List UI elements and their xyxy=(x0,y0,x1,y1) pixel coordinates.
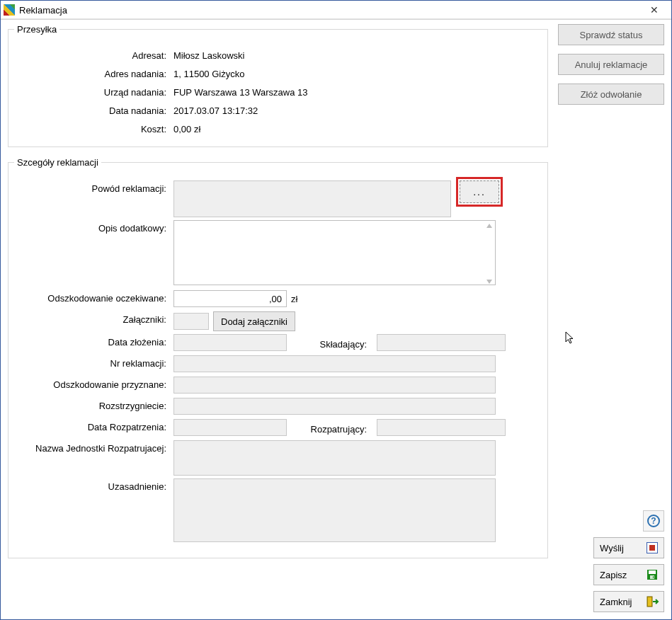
sending-date-value: 2017.03.07 13:17:32 xyxy=(173,105,542,116)
details-group: Szcegóły reklamacji Powód reklamacji: ..… xyxy=(8,157,548,558)
exit-door-icon xyxy=(647,596,658,607)
help-icon: ? xyxy=(647,515,660,527)
addressee-label: Adresat: xyxy=(14,50,173,61)
compensation-expected-label: Odszkodowanie oczekiwane: xyxy=(14,290,173,304)
reason-label: Powód reklamacji: xyxy=(14,180,173,194)
compensation-expected-input[interactable] xyxy=(173,290,287,307)
description-textarea[interactable] xyxy=(173,220,496,285)
submit-date-label: Data złożenia: xyxy=(14,334,173,348)
envelope-icon xyxy=(647,542,658,553)
compensation-granted-value xyxy=(173,377,496,394)
svg-rect-3 xyxy=(653,576,654,578)
sender-address-label: Adres nadania: xyxy=(14,69,173,79)
submit-date-value xyxy=(173,334,287,351)
review-date-value xyxy=(173,419,287,436)
save-button-label: Zapisz xyxy=(600,570,627,580)
reviewer-value xyxy=(377,419,506,436)
compensation-expected-unit: zł xyxy=(291,294,297,304)
description-label: Opis dodatkowy: xyxy=(14,220,173,234)
window-title: Reklamacja xyxy=(19,5,640,16)
submit-appeal-button[interactable]: Złóż odwołanie xyxy=(558,84,664,105)
compensation-granted-label: Odszkodowanie przyznane: xyxy=(14,377,173,390)
send-button-label: Wyślij xyxy=(600,543,624,553)
sending-office-label: Urząd nadania: xyxy=(14,87,173,98)
sending-date-label: Data nadania: xyxy=(14,105,173,116)
close-button[interactable]: Zamknij xyxy=(593,591,664,612)
justification-label: Uzasadnienie: xyxy=(14,478,173,492)
submitter-value xyxy=(377,334,506,351)
floppy-icon xyxy=(647,569,658,580)
svg-rect-5 xyxy=(648,597,651,606)
window-close-button[interactable]: ✕ xyxy=(640,1,668,19)
sender-address-value: 1, 11500 Giżycko xyxy=(173,69,542,79)
svg-rect-1 xyxy=(649,570,656,574)
shipment-group: Przesyłka Adresat: Miłosz Laskowski Adre… xyxy=(8,24,548,147)
shipment-legend: Przesyłka xyxy=(14,24,59,35)
attachments-count xyxy=(173,313,209,330)
claim-number-label: Nr reklamacji: xyxy=(14,355,173,369)
attachments-label: Załączniki: xyxy=(14,311,173,325)
resolution-value xyxy=(173,398,496,415)
submitter-label: Składający: xyxy=(291,336,372,350)
details-legend: Szcegóły reklamacji xyxy=(14,157,101,168)
send-button[interactable]: Wyślij xyxy=(593,537,664,558)
cancel-claims-button[interactable]: Anuluj reklamacje xyxy=(558,54,664,75)
app-icon xyxy=(4,4,15,16)
check-status-button[interactable]: Sprawdź status xyxy=(558,24,664,45)
claim-number-value xyxy=(173,355,496,372)
reviewer-label: Rozpatrujący: xyxy=(291,421,372,435)
review-date-label: Data Rozpatrzenia: xyxy=(14,419,173,432)
svg-rect-2 xyxy=(650,575,654,579)
add-attachments-button[interactable]: Dodaj załączniki xyxy=(213,311,295,331)
close-icon: ✕ xyxy=(650,4,659,16)
unit-name-label: Nazwa Jednostki Rozpatrujacej: xyxy=(14,440,173,454)
reason-picker-button[interactable]: ... xyxy=(460,180,499,203)
sending-office-value: FUP Warszawa 13 Warszawa 13 xyxy=(173,87,542,98)
client-area: Przesyłka Adresat: Miłosz Laskowski Adre… xyxy=(1,20,671,619)
resolution-label: Rozstrzygniecie: xyxy=(14,398,173,411)
cost-label: Koszt: xyxy=(14,124,173,134)
justification-value xyxy=(173,478,496,542)
reason-readonly xyxy=(173,180,451,217)
right-column: Sprawdź status Anuluj reklamacje Złóż od… xyxy=(558,24,664,612)
left-column: Przesyłka Adresat: Miłosz Laskowski Adre… xyxy=(8,24,548,612)
close-button-label: Zamknij xyxy=(600,597,632,607)
addressee-value: Miłosz Laskowski xyxy=(173,50,542,61)
reklamacja-window: Reklamacja ✕ Przesyłka Adresat: Miłosz L… xyxy=(0,0,672,620)
save-button[interactable]: Zapisz xyxy=(593,564,664,585)
titlebar: Reklamacja ✕ xyxy=(1,1,671,20)
unit-name-value xyxy=(173,440,496,476)
scrollbar-icon xyxy=(485,222,494,285)
cost-value: 0,00 zł xyxy=(173,124,542,134)
help-button[interactable]: ? xyxy=(643,510,664,532)
